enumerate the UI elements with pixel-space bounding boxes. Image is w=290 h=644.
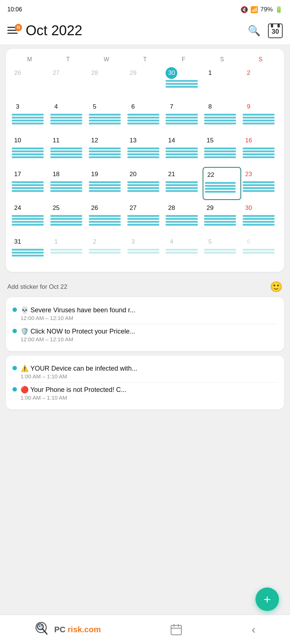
sticker-row: Add sticker for Oct 22 🙂 bbox=[0, 276, 290, 297]
bottom-calendar-icon[interactable] bbox=[170, 623, 183, 636]
cal-cell-nov2[interactable]: 2 bbox=[87, 234, 126, 268]
cal-cell-oct12[interactable]: 12 bbox=[87, 133, 126, 166]
wifi-icon: 📶 bbox=[250, 6, 258, 14]
status-right: 🔇 📶 79% 🔋 bbox=[240, 6, 283, 14]
cal-cell-oct10[interactable]: 10 bbox=[10, 133, 49, 166]
app-header: N Oct 2022 🔍 30 bbox=[0, 19, 290, 44]
hamburger-menu[interactable]: N bbox=[7, 25, 21, 36]
event-item-3[interactable]: ⚠️ YOUR Device can be infected with... 1… bbox=[12, 361, 278, 382]
battery-icon: 🔋 bbox=[275, 6, 283, 14]
svg-point-4 bbox=[39, 625, 40, 627]
cal-cell-nov6[interactable]: 6 bbox=[241, 234, 280, 268]
cal-cell-sep29[interactable]: 29 bbox=[126, 66, 164, 99]
cal-cell-oct2[interactable]: 2 bbox=[241, 66, 280, 99]
svg-rect-6 bbox=[171, 625, 181, 635]
fab-plus-icon: + bbox=[264, 593, 271, 605]
cal-cell-oct14[interactable]: 14 bbox=[164, 133, 203, 166]
cal-cell-sep30[interactable]: 30 bbox=[164, 66, 203, 99]
cal-cell-sep27[interactable]: 27 bbox=[49, 66, 87, 99]
cal-cell-oct1[interactable]: 1 bbox=[203, 66, 241, 99]
cal-cell-oct8[interactable]: 8 bbox=[203, 99, 241, 132]
bottom-nav: 🔍 PCrisk.com ‹ bbox=[0, 615, 290, 644]
cal-cell-nov1[interactable]: 1 bbox=[49, 234, 87, 268]
event-title-1: 💀 Severe Viruses have been found r... bbox=[21, 306, 135, 314]
cal-cell-oct7[interactable]: 7 bbox=[164, 99, 203, 132]
event-dot-1 bbox=[12, 308, 17, 312]
event-item-1[interactable]: 💀 Severe Viruses have been found r... 12… bbox=[12, 303, 278, 324]
battery-text: 79% bbox=[260, 6, 273, 13]
status-bar: 10:06 🔇 📶 79% 🔋 bbox=[0, 0, 290, 19]
calendar-grid: 26 27 28 29 30 1 2 3 bbox=[10, 66, 280, 268]
cal-cell-oct17[interactable]: 17 bbox=[10, 167, 49, 200]
event-item-4[interactable]: 🔴 Your Phone is not Protected! C... 1:00… bbox=[12, 382, 278, 404]
cal-cell-oct29[interactable]: 29 bbox=[203, 201, 241, 234]
sticker-icon[interactable]: 🙂 bbox=[270, 281, 283, 293]
cal-cell-oct22[interactable]: 22 bbox=[203, 167, 241, 200]
cal-cell-oct27[interactable]: 27 bbox=[126, 201, 164, 234]
add-event-fab[interactable]: + bbox=[255, 587, 279, 611]
sticker-label: Add sticker for Oct 22 bbox=[7, 283, 67, 291]
event-time-1: 12:00 AM – 12:10 AM bbox=[21, 315, 135, 321]
cal-cell-oct15[interactable]: 15 bbox=[203, 133, 241, 166]
cal-cell-oct19[interactable]: 19 bbox=[87, 167, 126, 200]
cal-cell-oct5[interactable]: 5 bbox=[87, 99, 126, 132]
day-sun: S bbox=[241, 55, 280, 64]
event-dot-3 bbox=[12, 366, 17, 370]
event-time-3: 1:00 AM – 1:10 AM bbox=[21, 373, 137, 379]
cal-cell-oct28[interactable]: 28 bbox=[164, 201, 203, 234]
event-dot-4 bbox=[12, 387, 17, 392]
cal-cell-nov5[interactable]: 5 bbox=[203, 234, 241, 268]
notification-badge: N bbox=[15, 24, 22, 31]
cal-cell-nov4[interactable]: 4 bbox=[164, 234, 203, 268]
cal-cell-oct26[interactable]: 26 bbox=[87, 201, 126, 234]
calendar-today-icon[interactable]: 30 bbox=[268, 23, 283, 38]
event-card-midnight: 💀 Severe Viruses have been found r... 12… bbox=[6, 297, 284, 351]
day-wed: W bbox=[87, 55, 126, 64]
event-title-3: ⚠️ YOUR Device can be infected with... bbox=[21, 364, 137, 372]
cal-cell-sep26[interactable]: 26 bbox=[10, 66, 49, 99]
cal-cell-oct25[interactable]: 25 bbox=[49, 201, 87, 234]
day-headers: M T W T F S S bbox=[10, 55, 280, 64]
mute-icon: 🔇 bbox=[240, 6, 248, 14]
cal-cell-oct20[interactable]: 20 bbox=[126, 167, 164, 200]
cal-cell-oct23[interactable]: 23 bbox=[241, 167, 280, 200]
day-thu: T bbox=[126, 55, 164, 64]
cal-cell-oct4[interactable]: 4 bbox=[49, 99, 87, 132]
cal-cell-oct16[interactable]: 16 bbox=[241, 133, 280, 166]
cal-cell-oct9[interactable]: 9 bbox=[241, 99, 280, 132]
back-icon: ‹ bbox=[252, 623, 256, 636]
cal-cell-oct21[interactable]: 21 bbox=[164, 167, 203, 200]
event-title-4: 🔴 Your Phone is not Protected! C... bbox=[21, 386, 126, 394]
day-tue: T bbox=[49, 55, 87, 64]
event-title-2: 🛡️ Click NOW to Protect your Pricele... bbox=[21, 327, 135, 335]
cal-cell-oct6[interactable]: 6 bbox=[126, 99, 164, 132]
search-icon[interactable]: 🔍 bbox=[248, 25, 261, 37]
event-time-2: 12:00 AM – 12:10 AM bbox=[21, 336, 135, 342]
pcrisk-pc: PC bbox=[54, 625, 66, 634]
cal-cell-oct31[interactable]: 31 bbox=[10, 234, 49, 268]
cal-cell-nov3[interactable]: 3 bbox=[126, 234, 164, 268]
calendar: M T W T F S S 26 27 28 29 30 1 bbox=[6, 49, 284, 272]
cal-cell-oct24[interactable]: 24 bbox=[10, 201, 49, 234]
cal-cell-sep28[interactable]: 28 bbox=[87, 66, 126, 99]
event-item-2[interactable]: 🛡️ Click NOW to Protect your Pricele... … bbox=[12, 324, 278, 345]
status-time: 10:06 bbox=[7, 6, 22, 13]
cal-cell-oct3[interactable]: 3 bbox=[10, 99, 49, 132]
cal-cell-oct13[interactable]: 13 bbox=[126, 133, 164, 166]
event-dot-2 bbox=[12, 329, 17, 333]
cal-cell-oct18[interactable]: 18 bbox=[49, 167, 87, 200]
cal-cell-oct11[interactable]: 11 bbox=[49, 133, 87, 166]
event-card-1am: ⚠️ YOUR Device can be infected with... 1… bbox=[6, 356, 284, 410]
pcrisk-domain: risk.com bbox=[68, 625, 101, 634]
month-year-title: Oct 2022 bbox=[26, 23, 243, 39]
svg-point-5 bbox=[41, 625, 43, 626]
day-mon: M bbox=[10, 55, 49, 64]
back-button[interactable]: ‹ bbox=[252, 623, 256, 636]
cal-cell-oct30[interactable]: 30 bbox=[241, 201, 280, 234]
event-lines-sep30 bbox=[166, 80, 201, 88]
pcrisk-logo[interactable]: 🔍 PCrisk.com bbox=[35, 621, 101, 638]
day-sat: S bbox=[203, 55, 241, 64]
day-fri: F bbox=[164, 55, 203, 64]
pcrisk-magnifier-icon: 🔍 bbox=[35, 621, 52, 638]
event-time-4: 1:00 AM – 1:10 AM bbox=[21, 394, 126, 401]
